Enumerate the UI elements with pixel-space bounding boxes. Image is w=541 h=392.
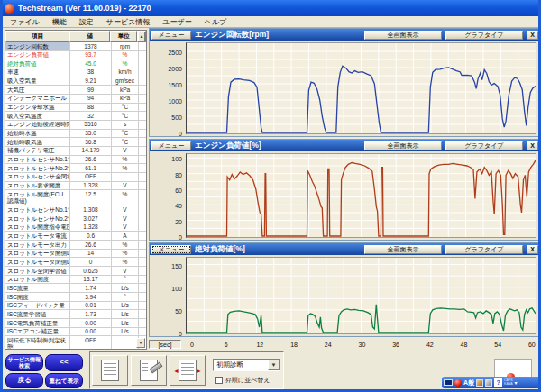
ime-ball-icon[interactable] (454, 379, 462, 387)
row-unit: % (112, 258, 139, 266)
chart-panel-load: メニュー エンジン負荷値[%] 全画面表示 グラフタイプ X 020406080… (149, 139, 541, 241)
service-info-search-button[interactable]: サービス情報 検索 (5, 354, 43, 371)
chart-menu-button[interactable]: メニュー (151, 245, 191, 254)
table-row[interactable]: スロットルモータ閉側Duty比0% (5, 258, 146, 267)
fullscreen-button[interactable]: 全画面表示 (364, 245, 442, 254)
table-row[interactable]: 回転低下時制御判定状態OFF (5, 336, 146, 349)
fullscreen-button[interactable]: 全画面表示 (364, 31, 442, 40)
chart-panel-rpm: メニュー エンジン回転数[rpm] 全画面表示 グラフタイプ X 0500100… (149, 28, 541, 137)
table-row[interactable]: スロットルセンサNo.2電圧3.027V (5, 214, 146, 223)
compare-list-button[interactable]: ◄► (170, 355, 206, 386)
row-value: 13.17 (70, 276, 112, 284)
table-row[interactable]: スロットルセンサNo.1電圧比26.6% (5, 156, 146, 165)
table-row[interactable]: スロットルモータ電流0.6A (5, 232, 146, 241)
table-row[interactable]: ISC流量学習値1.73L/s (5, 310, 146, 319)
table-row[interactable]: スロットル開度指令電圧1.328V (5, 223, 146, 232)
fullscreen-button[interactable]: 全画面表示 (364, 141, 442, 150)
table-row[interactable]: インテークマニホールド圧94kPa (5, 95, 146, 104)
dropdown-arrow-icon[interactable]: ▼ (268, 360, 280, 370)
chart-close-button[interactable]: X (527, 31, 538, 40)
table-row[interactable]: スロットルモータ出力26.6% (5, 241, 146, 250)
table-row[interactable]: スロットルセンサ全閉状態OFF (5, 173, 146, 182)
menu-item-help[interactable]: ヘルプ (205, 17, 227, 27)
y-tick-label: 1500 (168, 82, 182, 88)
ime-mode-indicator[interactable]: A般 (463, 378, 474, 387)
table-row[interactable]: 絶対負荷値45.0% (5, 59, 146, 68)
table-row[interactable]: スロットルセンサNo.2電圧比61.1% (5, 164, 146, 173)
menu-item-function[interactable]: 機能 (52, 17, 67, 27)
row-label: ISC流量学習値 (5, 310, 70, 318)
table-row[interactable]: スロットル開度(ECU認識値)12.5% (5, 190, 146, 205)
table-row[interactable]: ISC開度3.94° (5, 293, 146, 302)
table-row[interactable]: エンジン回転数1378rpm (5, 42, 146, 51)
row-label: エンジン回転数 (5, 42, 70, 50)
table-row[interactable]: 車速38km/h (5, 68, 146, 77)
menu-item-file[interactable]: ファイル (10, 17, 40, 27)
chart-close-button[interactable]: X (527, 141, 538, 150)
record-save-button[interactable] (131, 355, 167, 386)
ime-tools-icon[interactable] (485, 379, 492, 387)
table-row[interactable]: スロットル全閉学習値0.625V (5, 267, 146, 276)
table-row[interactable]: スロットルセンサNo.1電圧1.308V (5, 205, 146, 214)
ime-palette-icon[interactable] (476, 379, 483, 387)
row-label: スロットルモータ開側Duty比 (5, 250, 70, 258)
table-row[interactable]: ISCフィードバック量0.01L/s (5, 302, 146, 311)
table-row[interactable]: 大気圧99kPa (5, 86, 146, 95)
row-label: ISC開度 (5, 293, 70, 301)
graphtype-button[interactable]: グラフタイプ (445, 31, 523, 40)
table-row[interactable]: 吸入空気量9.21gm/sec (5, 77, 146, 87)
row-value: 45.0 (70, 59, 112, 68)
keyboard-icon[interactable] (444, 379, 453, 386)
graphtype-button[interactable]: グラフタイプ (445, 245, 523, 254)
time-axis-ticks: 06121824303642485460 (185, 342, 541, 348)
chart-title-rpm: エンジン回転数[rpm] (195, 30, 361, 41)
row-value: 38 (70, 68, 112, 77)
time-tick-label: 60 (525, 342, 539, 348)
menu-item-user[interactable]: ユーザー (162, 17, 191, 27)
plot-area-load[interactable] (186, 153, 536, 238)
sort-ascending-checkbox[interactable] (215, 377, 223, 384)
table-row[interactable]: 補機バッテリ電圧14.179V (5, 147, 146, 156)
graphtype-button[interactable]: グラフタイプ (445, 141, 523, 150)
table-row[interactable]: スロットル要求開度1.328V (5, 182, 146, 191)
row-value: 0 (70, 258, 112, 266)
chart-menu-button[interactable]: メニュー (151, 141, 191, 150)
chart-menu-button[interactable]: メニュー (151, 31, 191, 40)
time-tick-label: 6 (219, 342, 234, 348)
row-value: 99 (70, 86, 112, 94)
overlay-display-button[interactable]: 重ねて表示 (45, 373, 83, 388)
menu-item-settings[interactable]: 設定 (79, 17, 94, 27)
row-unit: L/s (112, 284, 139, 292)
plot-area-absload[interactable] (186, 257, 536, 334)
ime-minimize-icon[interactable]: ▾ (515, 379, 518, 386)
menu-item-service-info[interactable]: サービス情報 (106, 17, 151, 27)
table-row[interactable]: スロットル開度13.17° (5, 276, 146, 285)
row-label: スロットルモータ電流 (5, 232, 70, 240)
table-row[interactable]: 始動時吸気温36.8°C (5, 138, 146, 147)
y-tick-label: 0 (179, 234, 182, 241)
table-row[interactable]: ISC流量1.74L/s (5, 284, 146, 293)
table-row[interactable]: 吸入空気温度32°C (5, 112, 146, 121)
collapse-button[interactable]: << (45, 354, 83, 371)
back-button[interactable]: 戻る (5, 373, 43, 388)
table-row[interactable]: ISC電気負荷補正量0.00L/s (5, 319, 146, 328)
ime-language-bar: A般 ? CAPSKANA ▾ (442, 377, 538, 388)
scroll-down-button[interactable]: ▼ (136, 338, 145, 348)
row-unit: % (112, 250, 139, 258)
chart-close-button[interactable]: X (527, 245, 538, 254)
scroll-up-button[interactable]: ▲ (137, 31, 146, 42)
row-label: スロットルセンサNo.1電圧比 (5, 156, 70, 164)
table-row[interactable]: 始動時水温35.0°C (5, 130, 146, 139)
ime-help-button[interactable]: ? (494, 378, 502, 387)
table-row[interactable]: エンジン負荷値93.7% (5, 51, 146, 60)
table-row[interactable]: ISCエアコン補正量0.00L/s (5, 328, 146, 337)
list-view-button[interactable] (92, 355, 128, 386)
diagnosis-mode-dropdown[interactable]: 初期診断 ▼ (213, 359, 280, 371)
plot-area-rpm[interactable] (186, 42, 536, 134)
table-row[interactable]: スロットルモータ開側Duty比14% (5, 250, 146, 259)
title-bar[interactable]: Techstream (Ver 11.00.019) - 22170 (0, 0, 541, 16)
table-row[interactable]: エンジン冷却水温88°C (5, 104, 146, 113)
table-row[interactable]: エンジン始動後経過時間5516s (5, 121, 146, 130)
row-unit: % (112, 190, 139, 205)
scroll-up-icon[interactable]: ▲ (138, 32, 145, 41)
